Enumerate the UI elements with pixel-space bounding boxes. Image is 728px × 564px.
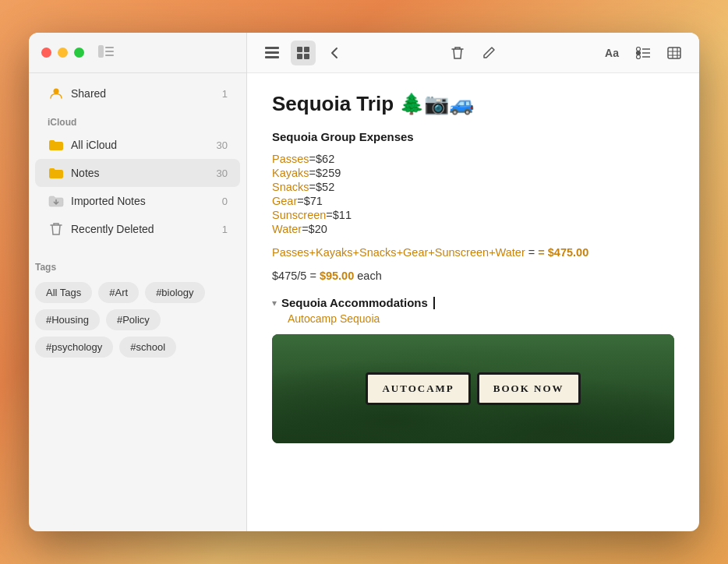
trash-icon: [48, 220, 65, 238]
close-button[interactable]: [41, 48, 51, 58]
total-snacks-link[interactable]: Snacks: [359, 246, 397, 259]
expense-water-link[interactable]: Water: [272, 223, 302, 235]
sidebar-item-all-icloud[interactable]: All iCloud 30: [35, 131, 240, 159]
expense-gear-value: =$71: [297, 195, 323, 207]
font-button[interactable]: Aa: [599, 41, 624, 65]
svg-rect-6: [265, 47, 279, 49]
delete-button[interactable]: [445, 41, 470, 65]
svg-rect-11: [297, 54, 302, 59]
notes-count: 30: [217, 167, 228, 179]
note-content-area[interactable]: Sequoia Trip 🌲📷🚙 Sequoia Group Expenses …: [247, 73, 699, 531]
tag-psychology[interactable]: #psychology: [35, 337, 113, 358]
folder-icon: [48, 136, 65, 153]
total-line: Passes+Kayaks+Snacks+Gear+Sunscreen+Wate…: [272, 246, 674, 259]
list-view-button[interactable]: [260, 41, 284, 65]
sidebar-toggle-button[interactable]: [98, 45, 114, 61]
svg-point-4: [54, 89, 59, 94]
total-sunscreen-link[interactable]: Sunscreen: [435, 246, 489, 259]
maximize-button[interactable]: [74, 48, 84, 58]
icloud-section-header: iCloud: [29, 108, 246, 131]
expense-snacks: Snacks=$52: [272, 181, 674, 193]
autocamp-image: AUTOCAMP BOOK NOW: [272, 334, 674, 443]
tags-grid: All Tags #Art #biology #Housing #Policy …: [29, 282, 246, 358]
compose-button[interactable]: [476, 41, 501, 65]
svg-rect-0: [98, 45, 104, 58]
tag-all-tags[interactable]: All Tags: [35, 282, 92, 303]
checklist-button[interactable]: [631, 41, 656, 65]
tag-art[interactable]: #Art: [98, 282, 139, 303]
autocamp-signs: AUTOCAMP BOOK NOW: [366, 372, 580, 405]
tag-housing[interactable]: #Housing: [35, 309, 100, 330]
accommodations-header: ▾ Sequoia Accommodations: [272, 296, 674, 309]
expense-passes-value: =$62: [309, 153, 335, 165]
back-button[interactable]: [322, 41, 347, 65]
tag-biology[interactable]: #biology: [145, 282, 204, 303]
svg-rect-9: [297, 47, 302, 52]
sidebar-item-imported[interactable]: Imported Notes 0: [35, 187, 240, 215]
svg-point-14: [637, 51, 641, 55]
text-cursor: [433, 297, 435, 309]
expense-kayaks-link[interactable]: Kayaks: [272, 167, 309, 179]
tag-school[interactable]: #school: [119, 337, 176, 358]
per-person-line: $475/5 = $95.00 each: [272, 270, 674, 282]
main-content: Aa: [247, 33, 699, 531]
accommodations-section: ▾ Sequoia Accommodations Autocamp Sequoi…: [272, 296, 674, 325]
svg-rect-12: [304, 54, 309, 59]
accommodations-title: Sequoia Accommodations: [281, 296, 428, 309]
tags-section-header: Tags: [29, 252, 246, 276]
shared-count: 1: [222, 88, 228, 100]
expense-snacks-link[interactable]: Snacks: [272, 181, 309, 193]
font-label: Aa: [605, 47, 619, 59]
expense-kayaks: Kayaks=$259: [272, 167, 674, 179]
expense-kayaks-value: =$259: [309, 167, 341, 179]
autocamp-sign[interactable]: AUTOCAMP: [366, 372, 470, 405]
sidebar-item-notes[interactable]: Notes 30: [35, 159, 240, 187]
expense-sunscreen: Sunscreen=$11: [272, 209, 674, 221]
expense-sunscreen-link[interactable]: Sunscreen: [272, 209, 326, 221]
svg-rect-3: [105, 55, 114, 56]
expense-snacks-value: =$52: [309, 181, 335, 193]
shared-icon: [48, 85, 65, 102]
toolbar: Aa: [247, 33, 699, 73]
note-title: Sequoia Trip 🌲📷🚙: [272, 92, 674, 116]
grid-view-button[interactable]: [291, 41, 316, 65]
per-person-amount: $95.00: [320, 270, 354, 282]
total-passes-link[interactable]: Passes: [272, 246, 309, 259]
all-icloud-label: All iCloud: [71, 139, 217, 151]
tag-policy[interactable]: #Policy: [106, 309, 161, 330]
sidebar-item-shared[interactable]: Shared 1: [35, 79, 240, 108]
all-icloud-count: 30: [217, 139, 228, 151]
expense-sunscreen-value: =$11: [326, 209, 352, 221]
svg-rect-2: [105, 51, 114, 52]
svg-point-13: [637, 47, 641, 51]
note-subtitle: Sequoia Group Expenses: [272, 130, 674, 143]
total-water-link[interactable]: Water: [496, 246, 525, 259]
svg-point-15: [637, 55, 641, 58]
total-gear-link[interactable]: Gear: [403, 246, 428, 259]
svg-rect-10: [304, 47, 309, 52]
total-amount: = $475.00: [538, 246, 588, 259]
imported-folder-icon: [48, 192, 65, 210]
per-person-formula: $475/5 =: [272, 270, 316, 282]
autocamp-link[interactable]: Autocamp Sequoia: [288, 312, 674, 325]
svg-rect-8: [265, 56, 279, 58]
svg-rect-19: [668, 48, 680, 58]
table-button[interactable]: [662, 41, 687, 65]
book-now-sign[interactable]: BOOK NOW: [477, 372, 581, 405]
expense-passes-link[interactable]: Passes: [272, 153, 309, 165]
minimize-button[interactable]: [58, 48, 68, 58]
titlebar: [29, 33, 246, 73]
sidebar-item-recently-deleted[interactable]: Recently Deleted 1: [35, 215, 240, 243]
tags-section: Tags All Tags #Art #biology #Housing #Po…: [29, 252, 246, 358]
total-kayaks-link[interactable]: Kayaks: [316, 246, 353, 259]
shared-label: Shared: [71, 87, 222, 100]
sidebar: Shared 1 iCloud All iCloud 30: [29, 33, 247, 531]
expense-water: Water=$20: [272, 223, 674, 235]
svg-rect-1: [105, 47, 114, 48]
sidebar-content: Shared 1 iCloud All iCloud 30: [29, 73, 246, 531]
chevron-down-icon: ▾: [272, 298, 277, 308]
recently-deleted-count: 1: [222, 224, 228, 235]
expense-gear-link[interactable]: Gear: [272, 195, 297, 207]
expense-water-value: =$20: [302, 223, 327, 235]
expense-gear: Gear=$71: [272, 195, 674, 207]
